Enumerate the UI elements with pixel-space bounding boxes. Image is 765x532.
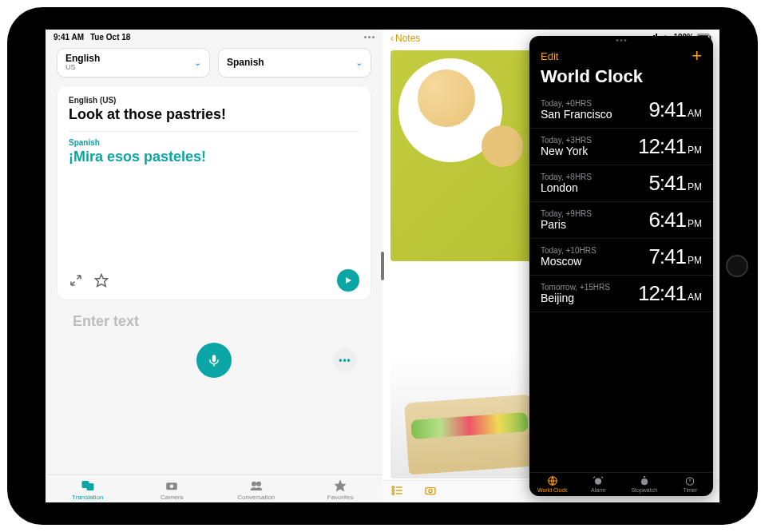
status-time: 9:41 AM — [54, 33, 84, 42]
svg-point-8 — [252, 482, 256, 486]
clock-row[interactable]: Today, +3HRS New York 12:41 PM — [529, 129, 713, 165]
tab-favorites[interactable]: Favorites — [299, 478, 383, 501]
source-lang-sub: US — [65, 64, 100, 72]
input-area[interactable]: Enter text — [57, 300, 371, 333]
tab-camera[interactable]: Camera — [130, 478, 215, 501]
clock-offset: Tomorrow, +15HRS — [541, 283, 610, 292]
clock-offset: Today, +10HRS — [541, 246, 597, 255]
split-view-handle[interactable] — [381, 252, 384, 280]
clock-row[interactable]: Tomorrow, +15HRS Beijing 12:41 AM — [529, 276, 713, 312]
svg-point-7 — [170, 485, 174, 489]
wifi-icon — [660, 34, 670, 42]
target-language-button[interactable]: Spanish ⌄ — [218, 48, 371, 77]
tab-world-clock[interactable]: World Clock — [529, 475, 576, 493]
clock-time: 7:41 — [648, 244, 686, 269]
source-label: English (US) — [69, 96, 359, 105]
chevron-down-icon: ⌄ — [194, 58, 201, 68]
microphone-button[interactable] — [196, 343, 232, 378]
home-button[interactable] — [726, 255, 748, 277]
slideover-grip-icon[interactable] — [616, 39, 627, 42]
clock-offset: Today, +3HRS — [541, 136, 592, 145]
multitask-indicator-icon[interactable] — [364, 36, 375, 38]
tab-timer-label: Timer — [683, 487, 697, 493]
tab-translation-label: Translation — [72, 494, 103, 501]
tab-world-clock-label: World Clock — [537, 487, 568, 493]
svg-point-24 — [595, 478, 601, 485]
card-actions — [69, 269, 359, 292]
screen: 9:41 AM Tue Oct 18 English US ⌄ Spanish … — [46, 30, 719, 502]
tab-alarm[interactable]: Alarm — [576, 475, 622, 493]
clock-row[interactable]: Today, +9HRS Paris 6:41 PM — [529, 202, 713, 239]
camera-icon[interactable] — [424, 484, 437, 499]
notes-app: 100% ‹ Notes — [382, 30, 719, 502]
tab-stopwatch-label: Stopwatch — [631, 487, 657, 493]
clock-list[interactable]: Today, +0HRS San Francisco 9:41 AM Today… — [529, 92, 713, 472]
tab-favorites-label: Favorites — [327, 494, 354, 501]
svg-point-21 — [429, 490, 432, 493]
clock-city: Moscow — [541, 255, 597, 268]
ipad-frame: 9:41 AM Tue Oct 18 English US ⌄ Spanish … — [7, 7, 758, 525]
play-audio-button[interactable] — [337, 269, 359, 292]
tab-alarm-label: Alarm — [591, 487, 605, 493]
clock-offset: Today, +9HRS — [541, 209, 592, 218]
battery-icon — [697, 34, 711, 42]
clock-ampm: PM — [688, 145, 702, 156]
clock-tab-bar: World Clock Alarm Stopwatch Timer — [529, 472, 713, 496]
svg-rect-13 — [710, 35, 711, 38]
notes-back-button[interactable]: ‹ Notes — [390, 33, 420, 44]
svg-rect-12 — [698, 35, 708, 40]
translation-card: English (US) Look at those pastries! Spa… — [57, 85, 371, 300]
expand-icon[interactable] — [69, 273, 83, 288]
status-bar-left: 9:41 AM Tue Oct 18 — [46, 30, 382, 43]
translate-tab-bar: Translation Camera Conversation Favorite… — [46, 474, 382, 502]
svg-marker-10 — [335, 480, 347, 492]
favorite-star-icon[interactable] — [94, 273, 109, 288]
clock-ampm: PM — [688, 181, 702, 193]
source-language-button[interactable]: English US ⌄ — [57, 48, 210, 77]
clock-offset: Today, +0HRS — [541, 99, 612, 108]
chevron-down-icon: ⌄ — [355, 58, 363, 68]
svg-rect-2 — [212, 355, 216, 362]
svg-point-27 — [687, 478, 694, 485]
svg-rect-20 — [426, 488, 435, 494]
tab-translation[interactable]: Translation — [46, 478, 130, 501]
svg-point-16 — [392, 490, 394, 492]
more-options-button[interactable]: ••• — [333, 348, 357, 372]
notes-back-label: Notes — [395, 33, 420, 44]
clock-ampm: AM — [688, 292, 702, 303]
clock-time: 12:41 — [638, 134, 686, 159]
clock-add-button[interactable]: + — [692, 47, 702, 65]
clock-city: Beijing — [541, 292, 610, 304]
clock-row[interactable]: Today, +0HRS San Francisco 9:41 AM — [529, 92, 713, 129]
clock-city: San Francisco — [541, 108, 612, 121]
translate-app: 9:41 AM Tue Oct 18 English US ⌄ Spanish … — [46, 30, 382, 502]
svg-marker-0 — [96, 275, 108, 287]
svg-point-25 — [641, 478, 648, 485]
clock-time: 5:41 — [648, 171, 686, 196]
clock-edit-button[interactable]: Edit — [541, 50, 558, 62]
checklist-icon[interactable] — [390, 484, 403, 499]
target-text[interactable]: ¡Mira esos pasteles! — [69, 149, 359, 165]
clock-slideover[interactable]: Edit + World Clock Today, +0HRS San Fran… — [529, 36, 713, 496]
status-bar-right: 100% — [648, 33, 711, 42]
clock-row[interactable]: Today, +8HRS London 5:41 PM — [529, 165, 713, 202]
tab-camera-label: Camera — [161, 494, 183, 501]
tab-stopwatch[interactable]: Stopwatch — [621, 475, 668, 493]
clock-city: Paris — [541, 218, 592, 231]
clock-ampm: PM — [688, 218, 702, 229]
clock-ampm: PM — [688, 255, 702, 266]
target-lang-name: Spanish — [227, 58, 264, 68]
language-selector-row: English US ⌄ Spanish ⌄ — [46, 43, 382, 85]
cellular-icon — [648, 34, 657, 41]
svg-rect-5 — [86, 483, 93, 490]
svg-rect-26 — [644, 476, 645, 478]
clock-time: 9:41 — [648, 97, 686, 122]
clock-title: World Clock — [529, 66, 713, 92]
tab-timer[interactable]: Timer — [668, 475, 714, 493]
clock-city: New York — [541, 145, 592, 157]
clock-row[interactable]: Today, +10HRS Moscow 7:41 PM — [529, 239, 713, 276]
source-text[interactable]: Look at those pastries! — [69, 106, 359, 123]
battery-percent: 100% — [673, 33, 694, 42]
clock-time: 12:41 — [638, 281, 686, 306]
tab-conversation[interactable]: Conversation — [214, 478, 299, 501]
